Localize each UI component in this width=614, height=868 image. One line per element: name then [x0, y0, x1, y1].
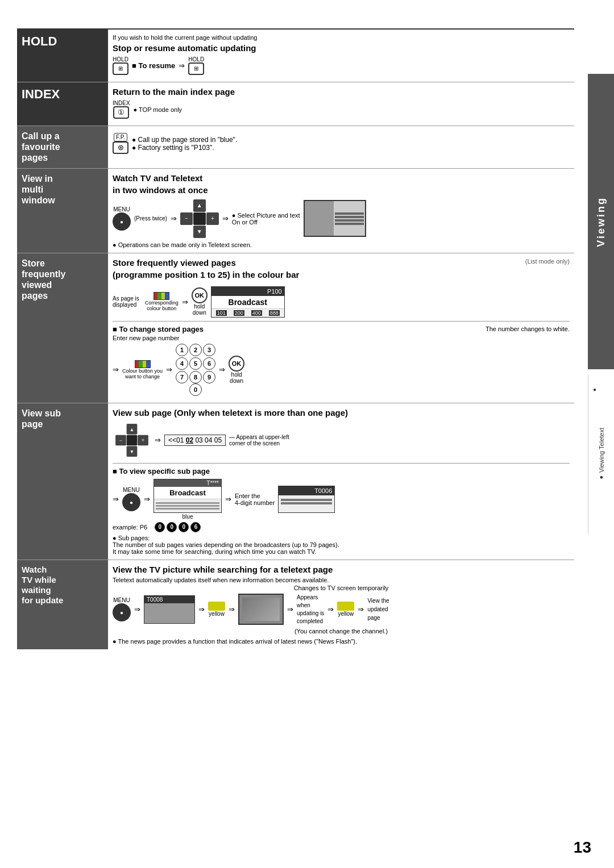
- watch-title: Watch TV while waiting for update: [22, 565, 103, 606]
- number-grid: 1 2 3 4 5 6 7 8 9: [176, 344, 215, 383]
- watch-view-updated: View the updated page: [367, 596, 389, 622]
- store-row: Store frequently viewed pages Store freq…: [17, 253, 574, 403]
- sub-appears-note: — Appears at upper-left corner of the sc…: [229, 434, 289, 446]
- fp-icon-group: F.P. ⊛: [113, 133, 128, 154]
- sub-menu-group: MENU ●: [122, 487, 140, 511]
- sub-left-cell: View sub page: [17, 403, 108, 560]
- multi-diagram: MENU ● (Press twice) ⇒ ▲ − + ▼: [113, 199, 570, 238]
- callup-notes: ● Call up the page stored in "blue". ● F…: [132, 136, 237, 152]
- multi-menu-group: MENU ●: [113, 206, 131, 231]
- callup-right-cell: F.P. ⊛ ● Call up the page stored in "blu…: [108, 126, 574, 169]
- store-ok-group: OK hold down: [192, 287, 208, 316]
- number-grid-0: 0: [189, 383, 202, 396]
- index-section-title: Return to the main index page: [113, 87, 570, 97]
- store-title1: Store frequently viewed pages: [113, 258, 299, 268]
- sub-right-cell: View sub page (Only when teletext is mor…: [108, 403, 574, 560]
- sub-broadcast-lines: [154, 499, 221, 512]
- sub-menu-btn: ●: [122, 493, 140, 511]
- watch-t0008-box: T0008: [144, 595, 195, 624]
- watch-main-title: View the TV picture while searching for …: [113, 565, 570, 574]
- num-6: 6: [203, 357, 215, 370]
- colour-bar-icon2: [135, 360, 151, 368]
- watch-right-cell: View the TV picture while searching for …: [108, 560, 574, 649]
- sub-broadcast-group: T**** Broadcast blue: [154, 479, 222, 520]
- store-white-note: The number changes to white.: [486, 326, 570, 332]
- store-header-row: Store frequently viewed pages (programme…: [113, 258, 570, 282]
- multi-arrow2: ⇒: [222, 214, 229, 223]
- store-enter-new: Enter new page number: [113, 335, 570, 341]
- hold-diagram: HOLD ⊞ ■ To resume ⇒ HOLD ⊞: [113, 56, 570, 75]
- multi-title2: in two windows at once: [113, 185, 570, 195]
- watch-left-cell: Watch TV while waiting for update: [17, 560, 108, 649]
- watch-sub-title: Teletext automatically updates itself wh…: [113, 577, 570, 583]
- dpad-center: [193, 212, 206, 225]
- watch-tv-group: [238, 594, 284, 625]
- store-right-cell: Store frequently viewed pages (programme…: [108, 253, 574, 403]
- watch-t0008-group: T0008: [144, 595, 195, 624]
- hold-intro: If you wish to hold the current page wit…: [113, 34, 570, 41]
- watch-yellow1-label: yellow: [209, 611, 225, 617]
- num-0: 0: [189, 383, 202, 396]
- multi-arrow1: ⇒: [171, 214, 177, 223]
- index-top-note: ● TOP mode only: [134, 106, 182, 113]
- watch-yellow-btn2: [337, 602, 354, 611]
- store-title: Store frequently viewed pages: [22, 258, 103, 302]
- index-right-cell: Return to the main index page INDEX ① ● …: [108, 82, 574, 126]
- store-list-mode: (List mode only): [525, 258, 570, 265]
- watch-appears-text: Appears when updating is completed: [297, 594, 324, 625]
- sub-diagram1: ▲ − + ▼ ⇒ <<01 02 03 04 05 — Appea: [113, 421, 570, 460]
- sub-title: View sub page: [22, 408, 103, 429]
- sub-arrow: ⇒: [155, 436, 161, 444]
- store-arrow-left: ⇒: [113, 365, 119, 374]
- sub-t-label: T****: [154, 479, 221, 487]
- callup-title: Call up a favourite pages: [22, 131, 103, 164]
- sub-broadcast-title: Broadcast: [154, 487, 221, 499]
- sub-enter-label: Enter the: [235, 493, 275, 499]
- dpad-left: −: [180, 212, 193, 225]
- store-ok-btn: OK: [192, 287, 208, 303]
- sub-main-title: View sub page (Only when teletext is mor…: [113, 408, 570, 418]
- hold-right-cell: If you wish to hold the current page wit…: [108, 29, 574, 82]
- watch-tv-row: Watch TV while waiting for update View t…: [17, 560, 574, 649]
- multi-menu-button: ●: [113, 212, 131, 231]
- view-sub-row: View sub page View sub page (Only when t…: [17, 403, 574, 560]
- hold-title: HOLD: [22, 34, 103, 49]
- watch-yellow1-group: yellow: [208, 602, 225, 617]
- sub-arrow2: ⇒: [113, 495, 119, 503]
- sub-note3: It may take some time for searching, dur…: [113, 548, 570, 555]
- store-colour-btn-group2: Colour button you want to change: [122, 360, 163, 379]
- store-broadcast-header: P100: [211, 287, 284, 296]
- hold-section-title: Stop or resume automatic updating: [113, 43, 570, 53]
- sub-dpad-up: ▲: [127, 424, 138, 435]
- fp-button-icon: ⊛: [113, 141, 128, 154]
- watch-yellow2-group: yellow: [337, 602, 354, 617]
- multi-select-text: ● Select Picture and text On or Off: [232, 212, 300, 226]
- sub-digit-icons: 0 0 0 6: [155, 523, 201, 530]
- viewing-teletext-sidebar: ● Viewing Teletext ●: [588, 375, 614, 534]
- hold-resume-label: ■ To resume: [132, 61, 175, 70]
- callup-diagram: F.P. ⊛ ● Call up the page stored in "blu…: [113, 133, 570, 154]
- dpad-up: ▲: [193, 199, 206, 212]
- hold-label-above2: HOLD: [188, 56, 204, 62]
- multi-menu-label: MENU: [113, 206, 130, 212]
- index-left-cell: INDEX: [17, 82, 108, 126]
- callup-row: Call up a favourite pages F.P. ⊛ ● Call …: [17, 126, 574, 169]
- multi-title: View in multi window: [22, 173, 103, 206]
- hold-icon-group: HOLD ⊞: [113, 56, 128, 75]
- store-change-header: ■ To change stored pages The number chan…: [113, 325, 570, 333]
- num-4: 4: [176, 357, 188, 370]
- hold-row: HOLD If you wish to hold the current pag…: [17, 29, 574, 82]
- watch-yellow2-label: yellow: [338, 611, 354, 617]
- sub-enter-group: Enter the 4-digit number: [235, 493, 275, 506]
- sub-example: example: P6 0 0 0 6: [113, 522, 570, 532]
- num-1: 1: [176, 344, 188, 356]
- multi-dpad: ▲ − + ▼: [180, 199, 219, 238]
- multi-window-row: View in multi window Watch TV and Telete…: [17, 168, 574, 253]
- viewing-sidebar: Viewing: [588, 74, 614, 369]
- watch-arrow5: ⇒: [327, 605, 334, 614]
- num-5: 5: [189, 357, 202, 370]
- hold-button-icon2: ⊞: [188, 62, 204, 75]
- sub-dpad-right: +: [138, 435, 148, 445]
- store-change-title: ■ To change stored pages: [113, 325, 204, 333]
- sub-dpad: ▲ − + ▼: [115, 424, 148, 457]
